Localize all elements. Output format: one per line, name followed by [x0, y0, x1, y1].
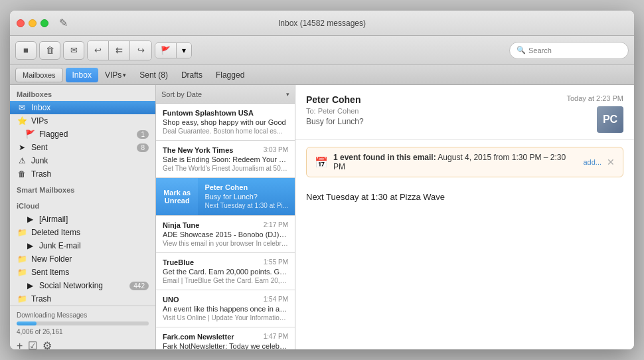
email-subject: Fark NotNewsletter: Today we celebra... — [163, 342, 288, 349]
sidebar-item-trash2[interactable]: 📁 Trash — [10, 292, 155, 306]
email-sender: Fark.com Newsletter — [163, 333, 261, 341]
sent-icon: ➤ — [17, 143, 27, 152]
event-add-button[interactable]: add... — [583, 158, 602, 166]
search-input[interactable] — [528, 46, 621, 54]
collapse-icon: ▶ — [25, 215, 35, 224]
icloud-header: iCloud — [10, 197, 155, 213]
sidebar: Mailboxes ✉ Inbox ⭐ VIPs 🚩 Flagged 1 ➤ S… — [10, 85, 156, 349]
email-item[interactable]: The New York Times 3:03 PM Sale is Endin… — [156, 141, 295, 178]
main-area: Mailboxes ✉ Inbox ⭐ VIPs 🚩 Flagged 1 ➤ S… — [10, 85, 634, 349]
minimize-button[interactable] — [29, 19, 37, 27]
sidebar-item-sent-items[interactable]: 📁 Sent Items — [10, 266, 155, 279]
mark-as-unread-label: Mark asUnread — [163, 189, 191, 205]
email-preview: Deal Guarantee. Boston home local es... — [163, 128, 288, 135]
sidebar-item-vips[interactable]: ⭐ VIPs — [10, 114, 155, 128]
detail-header: Peter Cohen To: Peter Cohen Busy for Lun… — [295, 85, 634, 140]
email-time: 1:54 PM — [264, 296, 288, 304]
sidebar-item-airmail[interactable]: ▶ [Airmail] — [10, 213, 155, 226]
email-subject: Get the Card. Earn 20,000 points. Get... — [163, 268, 288, 276]
search-box[interactable]: 🔍 — [509, 42, 629, 59]
edit-mailbox-button[interactable]: ☑ — [28, 339, 37, 349]
email-subject: ADE Showcase 2015 - Bonobo (DJ), G... — [163, 230, 288, 238]
email-item[interactable]: Funtown Splashtown USA Shop easy, shop h… — [156, 104, 295, 141]
sidebar-item-new-folder[interactable]: 📁 New Folder — [10, 252, 155, 266]
email-sender: TrueBlue — [163, 258, 261, 266]
email-preview: Get The World's Finest Journalism at 50%… — [163, 165, 288, 172]
email-item-selected[interactable]: Mark asUnread Peter Cohen Busy for Lunch… — [156, 178, 295, 216]
detail-meta: Peter Cohen To: Peter Cohen Busy for Lun… — [306, 94, 560, 133]
sidebar-item-label: Junk E-mail — [39, 241, 149, 250]
settings-button[interactable]: ⚙ — [42, 339, 52, 349]
folder-icon: 📁 — [17, 294, 27, 304]
sidebar-item-social[interactable]: ▶ Social Networking 442 — [10, 279, 155, 292]
sidebar-item-trash[interactable]: 🗑 Trash — [10, 167, 155, 181]
sort-label: Sort by Date — [161, 90, 286, 98]
toolbar: ■ 🗑 ✉ ↩ ⇇ ↪ 🚩 ▾ 🔍 — [10, 36, 634, 65]
reply-button[interactable]: ↩ — [88, 41, 109, 60]
sidebar-item-junk[interactable]: ⚠ Junk — [10, 154, 155, 167]
email-item[interactable]: Fark.com Newsletter 1:47 PM Fark NotNews… — [156, 327, 295, 349]
flag-dropdown-button[interactable]: ▾ — [177, 43, 191, 58]
maximize-button[interactable] — [40, 19, 48, 27]
titlebar: ✎ Inbox (14582 messages) — [10, 11, 634, 36]
sidebar-item-label: Trash — [31, 169, 149, 179]
sidebar-item-flagged[interactable]: 🚩 Flagged 1 — [10, 128, 155, 141]
reply-group: ↩ ⇇ ↪ — [87, 41, 152, 60]
event-banner: 📅 1 event found in this email: August 4,… — [306, 147, 623, 177]
tab-flagged[interactable]: Flagged — [209, 68, 251, 82]
close-button[interactable] — [17, 19, 25, 27]
folder-icon: 📁 — [17, 254, 27, 264]
email-list: Sort by Date ▾ Funtown Splashtown USA Sh… — [156, 85, 295, 349]
email-preview: Email | TrueBlue Get the Card. Earn 20,0… — [163, 277, 288, 284]
email-time: 2:17 PM — [264, 221, 288, 229]
delete-button[interactable]: 🗑 — [39, 41, 60, 60]
sidebar-item-sent[interactable]: ➤ Sent 8 — [10, 141, 155, 154]
email-item[interactable]: UNO 1:54 PM An event like this happens o… — [156, 290, 295, 327]
tab-drafts[interactable]: Drafts — [175, 68, 209, 82]
chevron-down-icon: ▾ — [182, 46, 186, 55]
vips-chevron-icon: ▾ — [123, 72, 126, 78]
mark-as-unread-overlay[interactable]: Mark asUnread — [156, 178, 198, 215]
email-subject: An event like this happens once in a B..… — [163, 305, 288, 313]
star-icon: ⭐ — [17, 116, 27, 126]
sidebar-item-deleted[interactable]: 📁 Deleted Items — [10, 226, 155, 239]
sort-chevron-icon[interactable]: ▾ — [286, 91, 289, 98]
sidebar-item-label: VIPs — [31, 116, 149, 126]
flag-icon: 🚩 — [25, 130, 35, 139]
tab-mailboxes[interactable]: Mailboxes — [15, 68, 63, 82]
collapse-icon: ▶ — [25, 281, 35, 290]
download-progress-bar — [17, 321, 149, 325]
archive-button[interactable]: ■ — [15, 41, 37, 60]
compose-icon[interactable]: ✎ — [59, 17, 68, 29]
tab-inbox[interactable]: Inbox — [66, 68, 98, 82]
tab-sent[interactable]: Sent (8) — [133, 68, 175, 82]
sidebar-item-label: Flagged — [39, 130, 133, 139]
reply-small-button[interactable]: ✉ — [63, 41, 84, 60]
sidebar-item-label: Junk — [31, 156, 149, 165]
sidebar-item-junk-email[interactable]: ▶ Junk E-mail — [10, 239, 155, 252]
flag-button[interactable]: 🚩 — [155, 43, 177, 58]
detail-subject: Busy for Lunch? — [306, 117, 560, 126]
tab-vips[interactable]: VIPs ▾ — [98, 68, 133, 82]
email-sender: The New York Times — [163, 146, 261, 154]
flag-icon: 🚩 — [161, 46, 171, 55]
sidebar-item-label: Deleted Items — [31, 228, 149, 237]
event-close-button[interactable]: ✕ — [607, 157, 615, 167]
detail-to: To: Peter Cohen — [306, 107, 560, 115]
email-sender: Funtown Splashtown USA — [163, 109, 285, 117]
smart-mailboxes-header: Smart Mailboxes — [10, 181, 155, 197]
email-subject: Sale is Ending Soon: Redeem Your Sp... — [163, 155, 288, 163]
detail-time: Today at 2:23 PM — [566, 94, 623, 102]
forward-button[interactable]: ↪ — [130, 41, 151, 60]
email-item[interactable]: Ninja Tune 2:17 PM ADE Showcase 2015 - B… — [156, 216, 295, 253]
collapse-icon: ▶ — [25, 241, 35, 250]
sidebar-item-label: Social Networking — [39, 281, 125, 290]
download-count: 4,006 of 26,161 — [17, 328, 149, 335]
reply-all-button[interactable]: ⇇ — [109, 41, 130, 60]
email-preview: View this email in your browser In celeb… — [163, 240, 288, 247]
window-title: Inbox (14582 messages) — [278, 19, 366, 28]
email-sender: Ninja Tune — [163, 221, 261, 229]
sidebar-item-inbox[interactable]: ✉ Inbox — [10, 101, 155, 114]
email-item[interactable]: TrueBlue 1:55 PM Get the Card. Earn 20,0… — [156, 253, 295, 290]
add-mailbox-button[interactable]: + — [17, 340, 23, 350]
